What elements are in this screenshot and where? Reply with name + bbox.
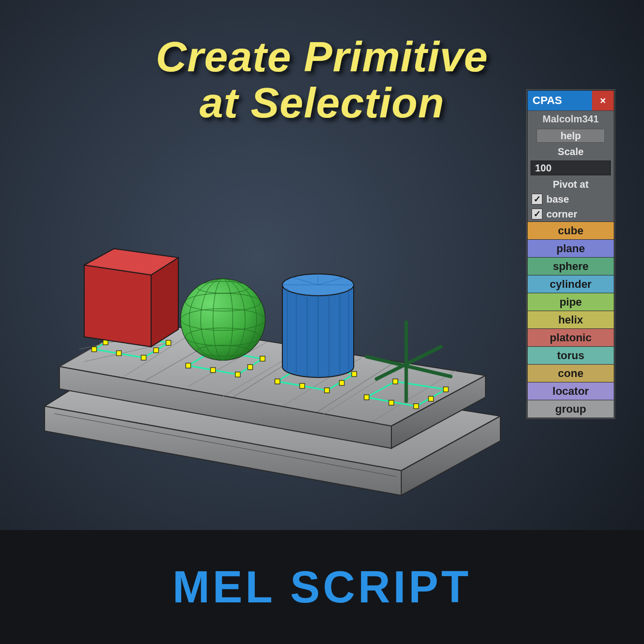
page-title: Create Primitive at Selection bbox=[156, 34, 488, 126]
svg-rect-38 bbox=[324, 388, 329, 393]
svg-rect-42 bbox=[339, 380, 344, 385]
svg-rect-32 bbox=[260, 356, 265, 361]
footer-text: MEL SCRIPT bbox=[172, 562, 471, 613]
title-line-1: Create Primitive bbox=[156, 34, 488, 80]
primitive-button-pipe[interactable]: pipe bbox=[528, 293, 614, 311]
svg-rect-45 bbox=[414, 404, 419, 409]
checkbox-icon: ✓ bbox=[532, 209, 542, 219]
primitive-button-cone[interactable]: cone bbox=[528, 364, 614, 382]
svg-marker-50 bbox=[84, 265, 151, 347]
scale-label: Scale bbox=[528, 144, 614, 159]
primitive-button-cylinder[interactable]: cylinder bbox=[528, 275, 614, 293]
svg-rect-48 bbox=[389, 400, 394, 405]
panel-header[interactable]: CPAS × bbox=[528, 91, 614, 110]
svg-rect-47 bbox=[393, 379, 398, 384]
svg-point-54 bbox=[181, 279, 265, 360]
svg-rect-46 bbox=[443, 387, 448, 392]
svg-rect-44 bbox=[364, 395, 369, 400]
svg-rect-22 bbox=[141, 355, 146, 360]
cylinder-primitive bbox=[282, 274, 354, 377]
help-button[interactable]: help bbox=[537, 129, 605, 143]
primitive-button-cube[interactable]: cube bbox=[528, 221, 614, 239]
viewport-illustration bbox=[25, 178, 520, 500]
checkbox-icon: ✓ bbox=[532, 194, 542, 205]
sphere-primitive bbox=[181, 279, 265, 360]
check-base-label: base bbox=[546, 194, 569, 205]
check-base[interactable]: ✓ base bbox=[528, 192, 614, 207]
svg-rect-26 bbox=[154, 348, 159, 353]
panel-title: CPAS bbox=[528, 91, 592, 110]
pivot-label: Pivot at bbox=[528, 177, 614, 192]
primitive-button-torus[interactable]: torus bbox=[528, 346, 614, 364]
svg-rect-39 bbox=[352, 372, 357, 376]
primitive-button-plane[interactable]: plane bbox=[528, 239, 614, 257]
svg-rect-41 bbox=[300, 383, 305, 388]
close-button[interactable]: × bbox=[592, 91, 614, 110]
svg-rect-25 bbox=[116, 351, 121, 356]
author-label: Malcolm341 bbox=[528, 110, 614, 127]
check-corner-label: corner bbox=[546, 209, 577, 220]
check-corner[interactable]: ✓ corner bbox=[528, 207, 614, 221]
title-line-2: at Selection bbox=[156, 80, 488, 126]
svg-rect-23 bbox=[166, 340, 171, 345]
svg-rect-31 bbox=[235, 372, 240, 377]
footer-bar: MEL SCRIPT bbox=[0, 530, 644, 644]
primitive-button-group[interactable]: group bbox=[528, 400, 614, 418]
primitive-button-platonic[interactable]: platonic bbox=[528, 328, 614, 346]
svg-rect-35 bbox=[248, 365, 253, 370]
cube-primitive bbox=[84, 249, 178, 347]
svg-rect-21 bbox=[92, 347, 97, 352]
scale-input[interactable]: 100 bbox=[531, 161, 611, 175]
svg-rect-34 bbox=[211, 368, 215, 373]
svg-rect-37 bbox=[275, 379, 280, 384]
cpas-panel: CPAS × Malcolm341 help Scale 100 Pivot a… bbox=[527, 90, 614, 418]
svg-rect-30 bbox=[186, 363, 191, 368]
primitive-button-locator[interactable]: locator bbox=[528, 382, 614, 400]
primitive-button-sphere[interactable]: sphere bbox=[528, 257, 614, 275]
svg-rect-49 bbox=[429, 396, 433, 401]
primitive-button-helix[interactable]: helix bbox=[528, 311, 614, 328]
